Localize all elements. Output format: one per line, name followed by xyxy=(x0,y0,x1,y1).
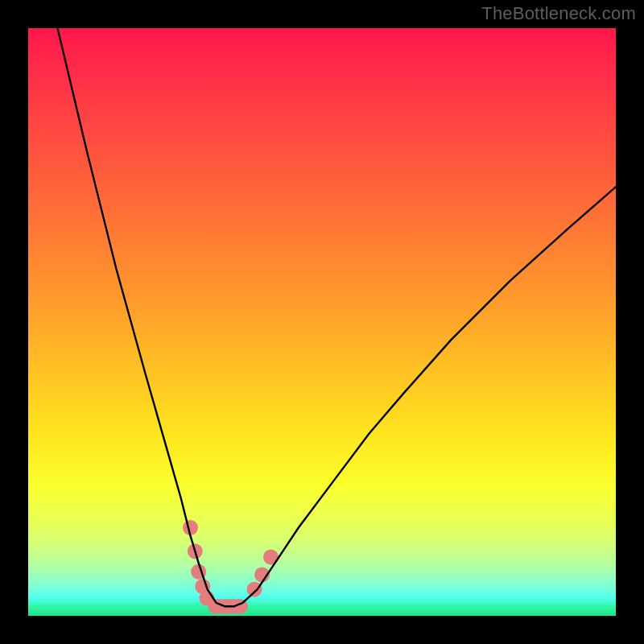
watermark-text: TheBottleneck.com xyxy=(481,3,636,24)
annotation-markers xyxy=(183,520,279,613)
bottleneck-curve xyxy=(58,28,617,606)
curve-layer xyxy=(28,28,616,616)
chart-container: TheBottleneck.com xyxy=(0,0,644,644)
plot-area xyxy=(28,28,616,616)
